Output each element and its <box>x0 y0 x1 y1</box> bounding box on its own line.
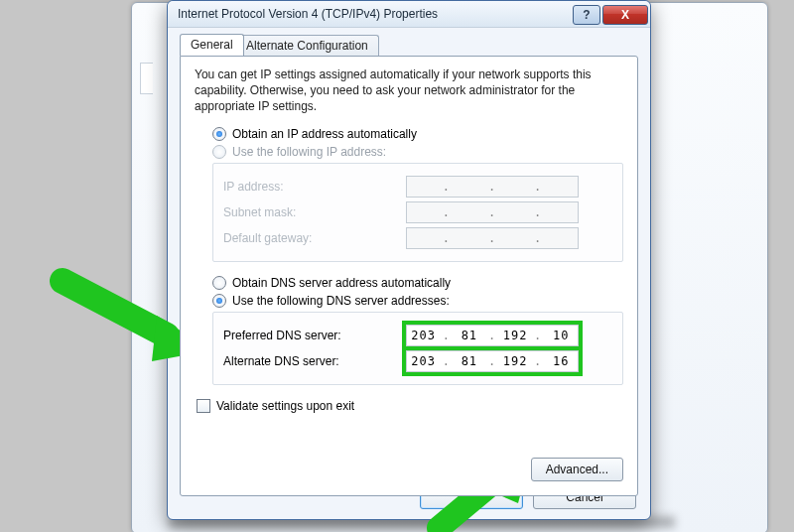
validate-on-exit-checkbox[interactable]: Validate settings upon exit <box>197 399 623 413</box>
ip-octet[interactable]: 203 <box>409 329 439 342</box>
ip-octet[interactable]: 81 <box>455 329 484 342</box>
tab-panel-general: You can get IP settings assigned automat… <box>180 56 638 496</box>
help-button[interactable]: ? <box>573 5 600 25</box>
validate-on-exit-label: Validate settings upon exit <box>216 399 354 413</box>
radio-icon <box>212 276 226 290</box>
tab-general-label: General <box>191 38 233 52</box>
advanced-button[interactable]: Advanced... <box>531 458 623 481</box>
default-gateway-input: ... <box>406 227 579 249</box>
radio-dns-manual-label: Use the following DNS server addresses: <box>232 294 450 308</box>
radio-ip-manual[interactable]: Use the following IP address: <box>212 145 623 159</box>
dns-manual-group: Preferred DNS server: 203. 81. 192. 10 A… <box>212 312 623 385</box>
ip-octet[interactable]: 81 <box>455 354 484 368</box>
preferred-dns-label: Preferred DNS server: <box>223 329 406 342</box>
default-gateway-label: Default gateway: <box>223 231 406 245</box>
ip-manual-group: IP address: ... Subnet mask: ... Default… <box>212 163 623 262</box>
radio-icon <box>212 127 226 141</box>
radio-dns-auto-label: Obtain DNS server address automatically <box>232 276 451 290</box>
background-tab-fragment <box>140 63 153 94</box>
ip-octet[interactable]: 10 <box>546 329 576 342</box>
description-text: You can get IP settings assigned automat… <box>195 66 623 115</box>
tab-strip: General Alternate Configuration <box>180 34 638 56</box>
radio-ip-manual-label: Use the following IP address: <box>232 145 386 159</box>
ip-octet[interactable]: 192 <box>500 329 530 342</box>
tab-alternate-configuration[interactable]: Alternate Configuration <box>235 35 379 57</box>
advanced-button-label: Advanced... <box>546 463 608 476</box>
close-button[interactable]: X <box>602 5 648 25</box>
radio-dns-manual[interactable]: Use the following DNS server addresses: <box>212 294 623 308</box>
tab-general[interactable]: General <box>180 34 244 56</box>
title-bar[interactable]: Internet Protocol Version 4 (TCP/IPv4) P… <box>168 1 650 28</box>
window-title: Internet Protocol Version 4 (TCP/IPv4) P… <box>178 7 573 21</box>
subnet-mask-label: Subnet mask: <box>223 205 406 219</box>
help-icon: ? <box>583 8 590 22</box>
radio-dns-auto[interactable]: Obtain DNS server address automatically <box>212 276 623 290</box>
ip-octet[interactable]: 203 <box>409 354 439 368</box>
close-icon: X <box>621 8 629 22</box>
checkbox-icon <box>197 399 210 413</box>
subnet-mask-input: ... <box>406 201 579 223</box>
radio-ip-auto[interactable]: Obtain an IP address automatically <box>212 127 623 141</box>
radio-icon <box>212 294 226 308</box>
ip-octet[interactable]: 16 <box>546 354 576 368</box>
ip-address-input: ... <box>406 176 579 198</box>
preferred-dns-input[interactable]: 203. 81. 192. 10 <box>406 325 579 346</box>
alternate-dns-label: Alternate DNS server: <box>223 354 406 368</box>
radio-ip-auto-label: Obtain an IP address automatically <box>232 127 417 141</box>
ip-octet[interactable]: 192 <box>500 354 530 368</box>
radio-icon <box>212 145 226 159</box>
alternate-dns-input[interactable]: 203. 81. 192. 16 <box>406 350 579 372</box>
ip-address-label: IP address: <box>223 180 406 194</box>
ipv4-properties-dialog: Internet Protocol Version 4 (TCP/IPv4) P… <box>167 0 651 520</box>
tab-alternate-label: Alternate Configuration <box>246 39 368 53</box>
